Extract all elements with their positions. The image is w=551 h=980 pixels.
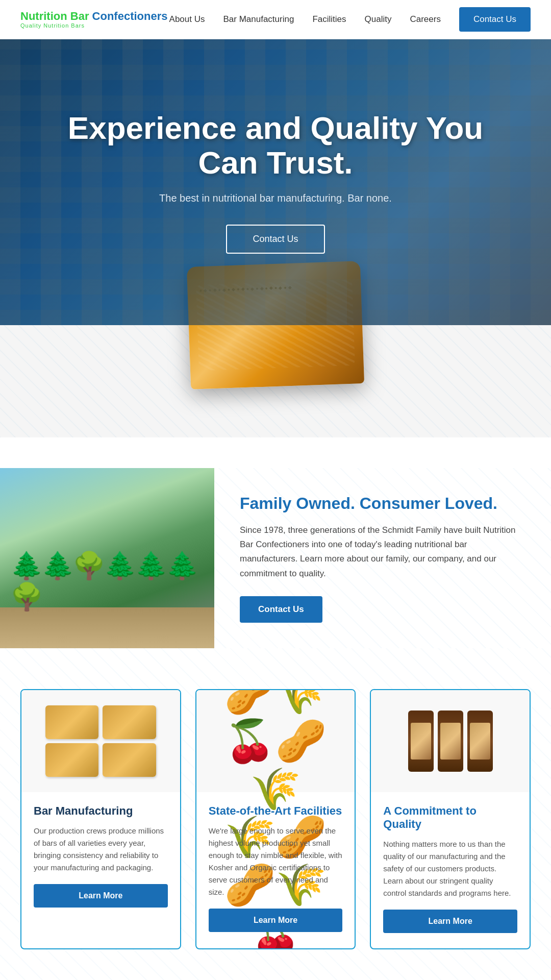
- nav-careers[interactable]: Careers: [410, 14, 440, 24]
- mini-bar-4: [103, 743, 156, 777]
- logo-text: Nutrition Bar Confectioners: [20, 10, 167, 22]
- family-body: Since 1978, three generations of the Sch…: [240, 523, 525, 580]
- nav-facilities[interactable]: Facilities: [312, 14, 346, 24]
- card-2-learn-more-button[interactable]: Learn More: [209, 909, 343, 932]
- family-section: Family Owned. Consumer Loved. Since 1978…: [0, 468, 551, 648]
- mini-bar-2: [103, 705, 156, 739]
- cards-section: Bar Manufacturing Our production crews p…: [0, 648, 551, 980]
- bar-float-section: [0, 325, 551, 437]
- hero-title: Experience and Quality You Can Trust.: [41, 111, 510, 180]
- choc-bars-display: [408, 710, 493, 772]
- nav-about-us[interactable]: About Us: [169, 14, 205, 24]
- family-building-image: [0, 468, 214, 648]
- card-1-body: Bar Manufacturing Our production crews p…: [21, 792, 180, 884]
- card-2-text: We're large enough to serve even the hig…: [209, 825, 343, 898]
- card-1-learn-more-button[interactable]: Learn More: [34, 884, 168, 908]
- family-contact-button[interactable]: Contact Us: [240, 596, 322, 623]
- hero-content: Experience and Quality You Can Trust. Th…: [0, 111, 551, 254]
- mini-bar-1: [45, 705, 98, 739]
- hero-contact-button[interactable]: Contact Us: [226, 225, 324, 254]
- card-2-body: State-of-the-Art Facilities We're large …: [196, 792, 355, 909]
- nav-quality[interactable]: Quality: [365, 14, 392, 24]
- hero-subtitle: The best in nutritional bar manufacturin…: [41, 192, 510, 204]
- choc-bar-1: [408, 710, 434, 772]
- card-1-text: Our production crews produce millions of…: [34, 825, 168, 874]
- card-3-learn-more-button[interactable]: Learn More: [383, 910, 517, 933]
- bars-grid: [45, 705, 156, 777]
- choc-bar-3: [467, 710, 493, 772]
- nav-bar-manufacturing[interactable]: Bar Manufacturing: [223, 14, 294, 24]
- logo[interactable]: Nutrition Bar Confectioners Quality Nutr…: [20, 10, 167, 29]
- navigation: Nutrition Bar Confectioners Quality Nutr…: [0, 0, 551, 39]
- choc-bar-2: [438, 710, 463, 772]
- card-bar-manufacturing: Bar Manufacturing Our production crews p…: [20, 689, 181, 950]
- mini-bar-3: [45, 743, 98, 777]
- card-facilities: 🌾🥜🍒🥜🌾🥜🌾🍒🥜🌾🌾🥜🥜🌾🍒 State-of-the-Art Facilit…: [195, 689, 356, 950]
- card-1-title: Bar Manufacturing: [34, 804, 168, 818]
- hero-section: Experience and Quality You Can Trust. Th…: [0, 39, 551, 325]
- logo-tagline: Quality Nutrition Bars: [20, 22, 167, 29]
- card-3-title: A Commitment to Quality: [383, 804, 517, 831]
- card-2-title: State-of-the-Art Facilities: [209, 804, 343, 818]
- family-text-block: Family Owned. Consumer Loved. Since 1978…: [214, 468, 551, 648]
- card-3-text: Nothing matters more to us than the qual…: [383, 838, 517, 899]
- card-quality-image: [371, 690, 530, 792]
- nav-links: About Us Bar Manufacturing Facilities Qu…: [169, 7, 531, 32]
- nav-contact-button[interactable]: Contact Us: [459, 7, 531, 32]
- card-bar-manufacturing-image: [21, 690, 180, 792]
- card-quality: A Commitment to Quality Nothing matters …: [370, 689, 531, 950]
- card-3-body: A Commitment to Quality Nothing matters …: [371, 792, 530, 910]
- card-facilities-image: 🌾🥜🍒🥜🌾🥜🌾🍒🥜🌾🌾🥜🥜🌾🍒: [196, 690, 355, 792]
- family-title: Family Owned. Consumer Loved.: [240, 494, 525, 513]
